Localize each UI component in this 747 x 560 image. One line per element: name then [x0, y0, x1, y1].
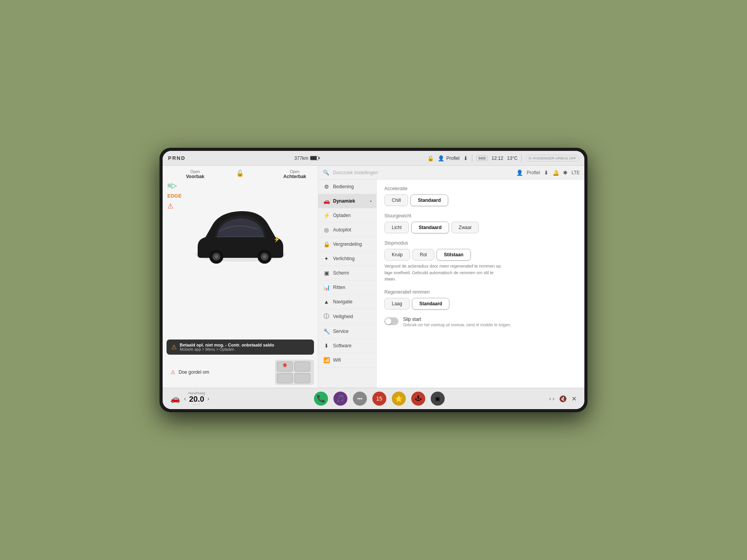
profile-section[interactable]: 👤 Profiel — [438, 155, 459, 161]
slip-label: Slip start — [403, 317, 511, 322]
top-bar-right: 🔒 👤 Profiel ⬇ SOS 12:12 13°C ⊙ PASSENGER… — [427, 154, 579, 162]
front-door-label: Open Voorbak — [186, 170, 204, 179]
seatbelt-icon: ⚠ — [170, 369, 175, 375]
search-input[interactable]: Doorzoek Instellingen — [333, 170, 512, 175]
btn-standaard-acc[interactable]: Standaard — [410, 194, 448, 206]
profile-icons: 👤 Profiel ⬇ 🔔 ✱ LTE — [516, 170, 580, 176]
menu-icon-verlichting: ✦ — [323, 256, 330, 262]
acceleratie-label: Acceleratie — [384, 186, 577, 191]
menu-icon-software: ⬇ — [323, 343, 330, 349]
btn-zwaar[interactable]: Zwaar — [451, 222, 479, 233]
divider — [472, 154, 472, 162]
profile-label: Profiel — [446, 156, 459, 161]
top-bar-center: 377km — [295, 156, 319, 161]
menu-item-ritten[interactable]: 📊 Ritten — [318, 280, 376, 295]
menu-item-verlichting[interactable]: ✦ Verlichting — [318, 252, 376, 266]
app-screen[interactable]: ▣ — [431, 392, 445, 406]
volume-mute-icon[interactable]: 🔇 — [559, 395, 567, 402]
menu-item-veiligheid[interactable]: ⓘ Veiligheid — [318, 309, 376, 324]
menu-item-autopilot[interactable]: ◎ Autopilot — [318, 223, 376, 237]
right-panel: 🔍 Doorzoek Instellingen 👤 Profiel ⬇ 🔔 ✱ … — [318, 166, 584, 388]
btn-rol[interactable]: Rol — [412, 249, 434, 261]
slip-text: Slip start Gebruik om het voertuig uit s… — [403, 317, 511, 327]
menu-label-bediening: Bediening — [333, 184, 354, 189]
btn-chill[interactable]: Chill — [384, 194, 408, 206]
menu-item-service[interactable]: 🔧 Service — [318, 324, 376, 339]
lock-icon: 🔒 — [427, 155, 434, 161]
svg-rect-9 — [295, 362, 310, 371]
left-panel: ≡▷ EDGE ⚠ Open Voorbak 🔓 — [163, 166, 318, 388]
menu-item-navigatie[interactable]: ▲ Navigatie — [318, 295, 376, 309]
app-phone[interactable]: 📞 — [314, 392, 328, 406]
seatbelt-text: Doe gordel om — [179, 369, 209, 375]
settings-content: Acceleratie Chill Standaard Stuurgewicht… — [377, 180, 584, 388]
stuurgewicht-section: Stuurgewicht Licht Standaard Zwaar — [384, 213, 577, 233]
menu-item-wifi[interactable]: 📶 Wifi — [318, 353, 376, 368]
app-more[interactable]: ••• — [353, 392, 367, 406]
airbag-icon: ⊙ — [528, 156, 531, 160]
menu-label-veiligheid: Veiligheid — [333, 314, 353, 319]
menu-label-software: Software — [333, 343, 351, 348]
seatbelt-warning: ⚠ Doe gordel om — [167, 367, 271, 378]
bluetooth-icon: ✱ — [563, 170, 568, 176]
car-visualization: ⚡ — [186, 196, 295, 274]
btn-standaard-regen[interactable]: Standaard — [412, 298, 450, 310]
menu-label-opladen: Opladen — [333, 213, 351, 218]
temp-display-bottom: Handmatig 20.0 〰 〰 — [188, 391, 205, 406]
app-calendar[interactable]: 15 — [372, 392, 386, 406]
btn-licht[interactable]: Licht — [384, 222, 409, 233]
menu-item-bediening[interactable]: ⚙ Bediening — [318, 180, 376, 194]
acceleratie-buttons: Chill Standaard — [384, 194, 577, 206]
screen-bezel: PRND 377km 🔒 👤 Profiel ⬇ SOS — [160, 148, 587, 412]
settings-body: ⚙ Bediening 🚗 Dynamiek • ⚡ Opladen — [318, 180, 584, 388]
top-bar: PRND 377km 🔒 👤 Profiel ⬇ SOS — [163, 151, 584, 166]
btn-laag[interactable]: Laag — [384, 298, 410, 310]
temp-increase-button[interactable]: › — [207, 396, 209, 402]
acceleratie-section: Acceleratie Chill Standaard — [384, 186, 577, 206]
btn-kruip[interactable]: Kruip — [384, 249, 410, 261]
download-icon-sm: ⬇ — [544, 170, 549, 176]
car-area: Open Voorbak 🔓 Open Achterbak — [163, 166, 318, 338]
svg-point-6 — [263, 255, 266, 258]
menu-label-autopilot: Autopilot — [333, 227, 351, 233]
regeneratief-section: Regeneratief remmen Laag Standaard — [384, 289, 577, 310]
stopmodus-buttons: Kruip Rol Stilstaan — [384, 249, 577, 261]
svg-rect-10 — [277, 373, 293, 383]
menu-icon-service: 🔧 — [323, 328, 330, 334]
svg-text:!: ! — [283, 364, 284, 368]
app-games[interactable]: 🕹 — [411, 392, 425, 406]
btn-standaard-stuur[interactable]: Standaard — [411, 222, 449, 233]
stuurgewicht-buttons: Licht Standaard Zwaar — [384, 222, 577, 233]
main-content: ≡▷ EDGE ⚠ Open Voorbak 🔓 — [163, 166, 584, 388]
airbag-badge: ⊙ PASSENGER AIRBAG OFF — [526, 155, 579, 161]
menu-item-dynamiek[interactable]: 🚗 Dynamiek • — [318, 194, 376, 208]
menu-icon-vergrendeling: 🔒 — [323, 241, 330, 247]
search-icon: 🔍 — [323, 170, 329, 175]
menu-item-vergrendeling[interactable]: 🔒 Vergrendeling — [318, 237, 376, 252]
seat-diagram: ! — [275, 360, 314, 385]
regeneratief-label: Regeneratief remmen — [384, 289, 577, 295]
temp-decrease-button[interactable]: ‹ — [184, 396, 186, 402]
slip-toggle[interactable] — [384, 317, 398, 325]
menu-label-ritten: Ritten — [333, 285, 345, 290]
signal-icon: LTE — [572, 170, 580, 175]
stuurgewicht-label: Stuurgewicht — [384, 213, 577, 219]
settings-sidebar: ⚙ Bediening 🚗 Dynamiek • ⚡ Opladen — [318, 180, 377, 388]
app-music[interactable]: 🎵 — [333, 392, 347, 406]
btn-stilstaan[interactable]: Stilstaan — [437, 249, 471, 261]
menu-item-scherm[interactable]: ▣ Scherm — [318, 266, 376, 280]
svg-text:⚡: ⚡ — [274, 236, 281, 243]
menu-icon-veiligheid: ⓘ — [323, 313, 330, 320]
car-icon-bottom: 🚗 — [170, 394, 180, 403]
temp-value: 20.0 — [188, 395, 205, 403]
menu-item-software[interactable]: ⬇ Software — [318, 339, 376, 353]
toggle-knob — [385, 318, 391, 324]
bottom-center-apps: 📞 🎵 ••• 15 ⭐ 🕹 ▣ — [314, 392, 445, 406]
bell-icon: 🔔 — [552, 170, 559, 176]
app-favorites[interactable]: ⭐ — [392, 392, 406, 406]
menu-item-opladen[interactable]: ⚡ Opladen — [318, 208, 376, 223]
menu-label-service: Service — [333, 329, 349, 334]
battery-icon — [310, 156, 319, 160]
profile-text: Profiel — [527, 170, 540, 175]
temp-control: ‹ Handmatig 20.0 〰 〰 › — [184, 391, 209, 406]
